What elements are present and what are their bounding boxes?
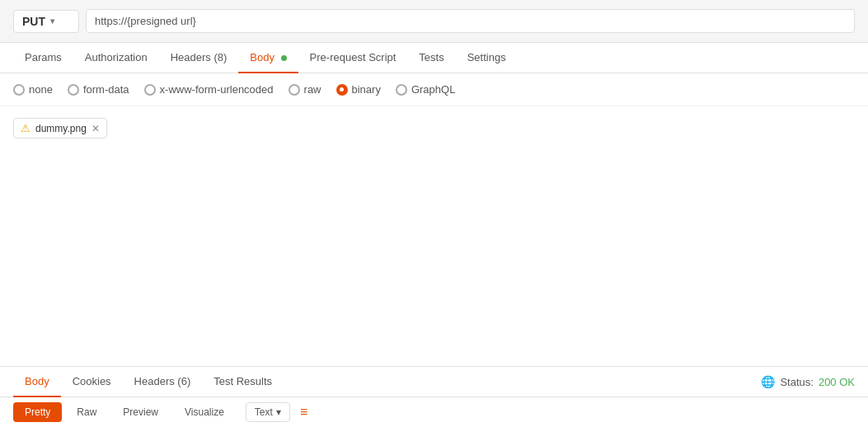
filter-icon[interactable]: ≡ xyxy=(300,405,307,420)
url-bar: PUT ▾ xyxy=(0,0,868,43)
format-row: Pretty Raw Preview Visualize Text ▾ ≡ xyxy=(0,397,868,427)
tab-body[interactable]: Body xyxy=(238,43,298,73)
method-label: PUT xyxy=(22,15,45,28)
format-raw-button[interactable]: Raw xyxy=(65,402,108,422)
request-tabs: Params Authorization Headers (8) Body Pr… xyxy=(0,43,868,73)
body-type-urlencoded[interactable]: x-www-form-urlencoded xyxy=(144,83,274,96)
response-tab-body[interactable]: Body xyxy=(13,367,61,397)
file-chip: ⚠ dummy.png ✕ xyxy=(13,118,107,138)
format-pretty-button[interactable]: Pretty xyxy=(13,402,62,422)
status-badge: 🌐 Status: 200 OK xyxy=(761,375,855,388)
response-tab-headers[interactable]: Headers (6) xyxy=(123,367,203,397)
method-chevron: ▾ xyxy=(50,16,54,26)
globe-icon: 🌐 xyxy=(761,375,775,388)
body-dot xyxy=(281,55,287,61)
tab-headers[interactable]: Headers (8) xyxy=(159,43,239,73)
text-format-chevron: ▾ xyxy=(276,406,281,418)
response-tabs: Body Cookies Headers (6) Test Results 🌐 … xyxy=(0,367,868,397)
format-visualize-button[interactable]: Visualize xyxy=(173,402,236,422)
status-label: Status: xyxy=(780,376,813,388)
radio-raw xyxy=(289,84,300,96)
body-type-none[interactable]: none xyxy=(13,83,53,96)
body-type-form-data[interactable]: form-data xyxy=(68,83,129,96)
text-format-dropdown[interactable]: Text ▾ xyxy=(246,402,290,422)
method-selector[interactable]: PUT ▾ xyxy=(13,10,79,33)
response-tab-test-results[interactable]: Test Results xyxy=(202,367,284,397)
status-value: 200 OK xyxy=(819,376,855,388)
remove-file-button[interactable]: ✕ xyxy=(91,124,100,134)
tab-params[interactable]: Params xyxy=(13,43,73,73)
request-area: Params Authorization Headers (8) Body Pr… xyxy=(0,43,868,366)
body-types: none form-data x-www-form-urlencoded raw… xyxy=(0,73,868,106)
radio-none xyxy=(13,84,25,96)
tab-settings[interactable]: Settings xyxy=(456,43,518,73)
body-type-raw[interactable]: raw xyxy=(289,83,321,96)
response-area: Body Cookies Headers (6) Test Results 🌐 … xyxy=(0,366,868,427)
radio-form-data xyxy=(68,84,79,96)
body-type-graphql[interactable]: GraphQL xyxy=(396,83,455,96)
radio-graphql xyxy=(396,84,407,96)
file-name: dummy.png xyxy=(35,123,87,134)
response-tab-cookies[interactable]: Cookies xyxy=(61,367,123,397)
content-area: Params Authorization Headers (8) Body Pr… xyxy=(0,43,868,427)
warning-icon: ⚠ xyxy=(21,122,30,134)
tab-tests[interactable]: Tests xyxy=(407,43,455,73)
format-preview-button[interactable]: Preview xyxy=(111,402,170,422)
tab-pre-request-script[interactable]: Pre-request Script xyxy=(298,43,408,73)
radio-urlencoded xyxy=(144,84,156,96)
file-area: ⚠ dummy.png ✕ xyxy=(0,106,868,366)
body-type-binary[interactable]: binary xyxy=(336,83,381,96)
text-format-label: Text xyxy=(255,406,273,418)
radio-binary xyxy=(336,84,348,96)
tab-authorization[interactable]: Authorization xyxy=(73,43,159,73)
url-input[interactable] xyxy=(86,9,855,33)
